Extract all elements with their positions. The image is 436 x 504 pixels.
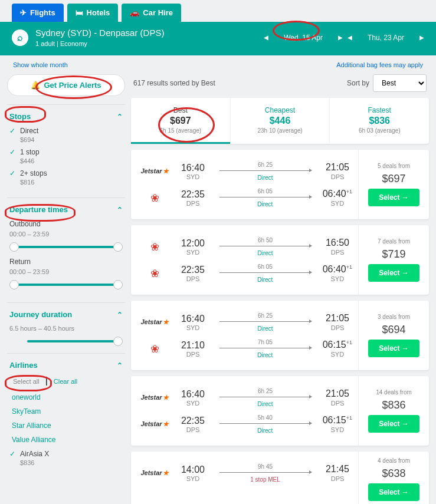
- flight-leg: ❀ 22:35DPS 6h 05Direct 06:40+1SYD: [137, 260, 352, 286]
- dep-time: 12:00: [178, 238, 208, 249]
- result-price: $697: [382, 173, 405, 185]
- deals-count: 7 deals from: [378, 238, 410, 245]
- price-alert-button[interactable]: 🔔 Get Price Alerts: [7, 74, 125, 96]
- alliance-option[interactable]: SkyTeam: [12, 407, 120, 416]
- arr-city: SYD: [323, 351, 352, 358]
- clear-all-link[interactable]: Clear all: [50, 375, 81, 387]
- result-card: Jetstar 16:40SYD 6h 25Direct 21:05DPS ❀ …: [131, 150, 429, 219]
- duration: 6h 50: [214, 237, 317, 243]
- duration: 7h 05: [214, 339, 317, 345]
- outbound-label: Outbound: [9, 220, 123, 228]
- filter-airlines-toggle[interactable]: Airlines⌃: [9, 361, 123, 370]
- carrier-option[interactable]: ✓AirAsia X$836: [9, 450, 123, 466]
- whole-month-link[interactable]: Show whole month: [13, 61, 68, 68]
- search-icon[interactable]: ⌕: [12, 29, 28, 46]
- stop-option[interactable]: ✓1 stop$446: [9, 148, 123, 164]
- tab-hotels-label: Hotels: [87, 8, 110, 17]
- flight-leg: Jetstar 16:40SYD 6h 25Direct 21:05DPS: [137, 309, 352, 335]
- passenger-text: 1 adult | Economy: [35, 40, 257, 47]
- dep-time: 22:35: [178, 189, 208, 200]
- summary-best[interactable]: Best$6976h 15 (average): [131, 98, 230, 144]
- result-price: $836: [382, 399, 405, 411]
- arr-city: SYD: [323, 275, 352, 282]
- result-price: $694: [382, 324, 405, 336]
- dep-city: SYD: [178, 249, 208, 256]
- results-count: 617 results sorted by Best: [133, 79, 215, 87]
- select-button[interactable]: Select →: [368, 189, 419, 206]
- stop-info: Direct: [214, 250, 317, 256]
- airline-logo: ❀: [137, 192, 172, 205]
- filter-stops-toggle[interactable]: Stops⌃: [9, 112, 123, 121]
- outbound-slider[interactable]: [9, 242, 123, 252]
- return-prev[interactable]: ◀: [348, 34, 352, 41]
- stop-info: Direct: [214, 325, 317, 332]
- flight-leg: Jetstar 14:00SYD 9h 451 stop MEL 21:45DP…: [137, 460, 352, 486]
- stop-info: Direct: [214, 174, 317, 181]
- summary-cheapest[interactable]: Cheapest$44623h 10 (average): [230, 98, 330, 144]
- airline-logo: Jetstar: [137, 420, 172, 428]
- result-price: $719: [382, 248, 405, 261]
- filter-duration-toggle[interactable]: Journey duration⌃: [9, 310, 123, 319]
- return-slider[interactable]: [9, 280, 123, 289]
- dep-city: DPS: [178, 200, 208, 207]
- arr-city: DPS: [323, 475, 352, 482]
- result-card: Jetstar 16:40SYD 6h 25Direct 21:05DPS ❀ …: [131, 301, 429, 370]
- check-icon: ✓: [9, 148, 15, 156]
- arr-time: 16:50: [323, 238, 352, 248]
- tab-flights-label: Flights: [30, 8, 55, 17]
- route-text: Sydney (SYD) - Denpasar (DPS): [35, 28, 257, 38]
- duration: 6h 05: [214, 263, 317, 270]
- dep-time: 22:35: [178, 416, 208, 426]
- depart-next[interactable]: ▶: [338, 34, 343, 41]
- flight-leg: ❀ 21:10DPS 7h 05Direct 06:15+1SYD: [137, 335, 352, 362]
- dep-time: 16:40: [178, 163, 208, 173]
- arr-time: 06:15+1: [323, 340, 352, 350]
- return-range: 00:00 – 23:59: [9, 268, 123, 275]
- return-next[interactable]: ▶: [419, 34, 424, 41]
- dep-time: 22:35: [178, 265, 208, 275]
- chevron-up-icon: ⌃: [117, 113, 123, 121]
- chevron-up-icon: ⌃: [117, 311, 123, 319]
- airline-logo: Jetstar: [137, 318, 172, 326]
- flight-leg: Jetstar 16:40SYD 6h 25Direct 21:05DPS: [137, 384, 352, 411]
- arr-time: 21:45: [323, 464, 352, 475]
- duration: 5h 40: [214, 414, 317, 421]
- result-card: Jetstar 14:00SYD 9h 451 stop MEL 21:45DP…: [131, 452, 429, 504]
- tab-hotels[interactable]: 🛏 Hotels: [67, 4, 119, 22]
- dep-city: DPS: [178, 426, 208, 433]
- filter-times-toggle[interactable]: Departure times⌃: [9, 205, 123, 214]
- summary-fastest[interactable]: Fastest$8366h 03 (average): [329, 98, 429, 144]
- alliance-option[interactable]: Star Alliance: [12, 421, 120, 430]
- arr-city: SYD: [323, 200, 352, 207]
- tab-carhire[interactable]: 🚗 Car Hire: [122, 4, 181, 22]
- bag-fees-link[interactable]: Additional bag fees may apply: [336, 61, 423, 68]
- deals-count: 5 deals from: [378, 163, 410, 169]
- select-button[interactable]: Select →: [368, 264, 419, 282]
- flight-leg: Jetstar 22:35DPS 5h 40Direct 06:15+1SYD: [137, 411, 352, 437]
- airline-logo: ❀: [137, 241, 172, 253]
- return-label: Return: [9, 258, 123, 266]
- tab-flights[interactable]: ✈ Flights: [12, 4, 64, 22]
- deals-count: 3 deals from: [378, 314, 410, 320]
- stop-option[interactable]: ✓2+ stops$816: [9, 169, 123, 186]
- duration-slider[interactable]: [9, 337, 123, 346]
- select-button[interactable]: Select →: [368, 415, 419, 433]
- return-date[interactable]: Thu, 23 Apr: [357, 34, 415, 42]
- alliance-option[interactable]: Value Alliance: [12, 436, 120, 444]
- flight-leg: ❀ 12:00SYD 6h 50Direct 16:50DPS: [137, 233, 352, 260]
- select-all-link[interactable]: Select all: [9, 375, 43, 387]
- select-button[interactable]: Select →: [368, 483, 419, 501]
- deals-count: 4 deals from: [378, 457, 410, 464]
- select-button[interactable]: Select →: [368, 340, 419, 357]
- alliance-option[interactable]: oneworld: [12, 393, 120, 401]
- arr-time: 21:05: [323, 162, 352, 173]
- dep-city: SYD: [178, 400, 208, 407]
- airline-logo: Jetstar: [137, 167, 172, 175]
- stop-option[interactable]: ✓Direct$694: [9, 127, 123, 143]
- depart-date[interactable]: Wed, 15 Apr: [273, 34, 333, 42]
- sort-select[interactable]: Best: [373, 74, 427, 92]
- duration: 6h 25: [214, 162, 317, 168]
- depart-prev[interactable]: ◀: [264, 34, 268, 41]
- airline-logo: Jetstar: [137, 394, 172, 401]
- dep-city: DPS: [178, 275, 208, 282]
